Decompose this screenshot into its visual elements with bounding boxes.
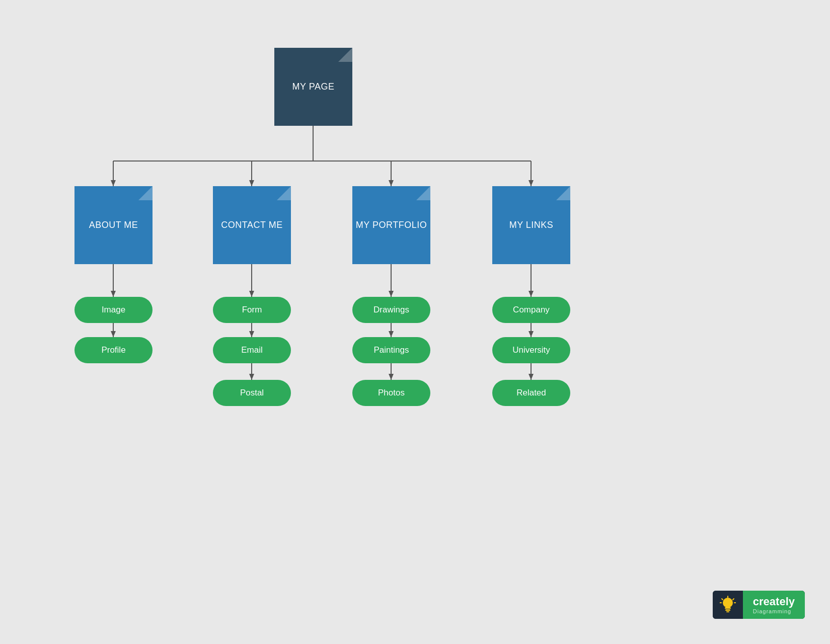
image-label: Image: [102, 305, 125, 315]
form-label: Form: [242, 305, 262, 315]
creately-logo: creately Diagramming: [713, 591, 805, 619]
paintings-label: Paintings: [374, 345, 409, 355]
drawings-node: Drawings: [352, 297, 430, 323]
svg-marker-23: [389, 331, 394, 337]
contact-me-label: CONTACT ME: [221, 220, 282, 230]
email-label: Email: [241, 345, 263, 355]
image-node: Image: [74, 297, 153, 323]
profile-label: Profile: [101, 345, 125, 355]
company-node: Company: [492, 297, 570, 323]
about-me-node: ABOUT ME: [74, 186, 153, 264]
svg-marker-21: [389, 291, 394, 297]
postal-label: Postal: [240, 388, 264, 398]
links-label: MY LINKS: [509, 220, 554, 230]
svg-line-37: [733, 599, 734, 600]
svg-marker-13: [111, 331, 116, 337]
paintings-node: Paintings: [352, 337, 430, 363]
root-label: MY PAGE: [292, 82, 335, 92]
related-node: Related: [492, 380, 570, 406]
portfolio-node: MY PORTFOLIO: [352, 186, 430, 264]
svg-marker-7: [249, 180, 254, 186]
drawings-label: Drawings: [373, 305, 409, 315]
university-node: University: [492, 337, 570, 363]
svg-marker-8: [389, 180, 394, 186]
creately-sub: Diagramming: [753, 608, 791, 614]
svg-marker-17: [249, 331, 254, 337]
links-node: MY LINKS: [492, 186, 570, 264]
company-label: Company: [513, 305, 550, 315]
svg-marker-6: [111, 180, 116, 186]
svg-rect-34: [725, 609, 730, 611]
svg-line-38: [722, 599, 723, 600]
about-me-label: ABOUT ME: [89, 220, 138, 230]
email-node: Email: [213, 337, 291, 363]
svg-marker-25: [389, 374, 394, 380]
university-label: University: [512, 345, 550, 355]
svg-marker-9: [529, 180, 534, 186]
svg-marker-11: [111, 291, 116, 297]
svg-rect-35: [726, 611, 729, 612]
svg-rect-33: [725, 607, 731, 609]
root-node: MY PAGE: [274, 48, 352, 126]
form-node: Form: [213, 297, 291, 323]
diagram-container: MY PAGE ABOUT ME CONTACT ME MY PORTFOLIO…: [0, 0, 830, 644]
svg-point-32: [723, 598, 733, 608]
creately-name: creately: [753, 595, 795, 608]
related-label: Related: [516, 388, 546, 398]
postal-node: Postal: [213, 380, 291, 406]
photos-label: Photos: [378, 388, 405, 398]
creately-text: creately Diagramming: [743, 591, 805, 619]
svg-marker-15: [249, 291, 254, 297]
svg-marker-27: [529, 291, 534, 297]
svg-marker-19: [249, 374, 254, 380]
svg-marker-29: [529, 331, 534, 337]
creately-icon: [713, 591, 743, 619]
portfolio-label: MY PORTFOLIO: [356, 220, 427, 230]
profile-node: Profile: [74, 337, 153, 363]
photos-node: Photos: [352, 380, 430, 406]
contact-me-node: CONTACT ME: [213, 186, 291, 264]
svg-marker-31: [529, 374, 534, 380]
